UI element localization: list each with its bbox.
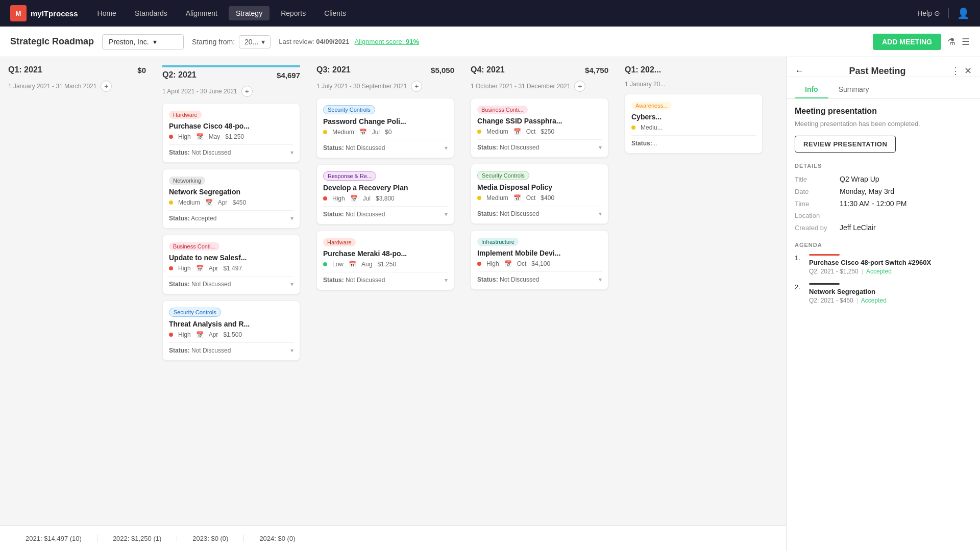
starting-from: Starting from: 20... ▾ (192, 35, 271, 48)
nav-divider (948, 8, 949, 18)
cost: $1,250 (225, 133, 244, 140)
meeting-presentation-title: Meeting presentation (795, 107, 972, 116)
card-status: Status: Not Discussed ▾ (169, 342, 293, 354)
card-status: Status: Not Discussed ▾ (323, 272, 448, 284)
month: Oct (526, 128, 536, 135)
cal-icon: 📅 (196, 331, 204, 338)
detail-location: Location (795, 212, 972, 219)
chevron-down-icon[interactable]: ▾ (445, 211, 448, 218)
add-card-q4[interactable]: + (574, 81, 585, 92)
nav-clients[interactable]: Clients (317, 6, 353, 20)
nav-standards[interactable]: Standards (128, 6, 175, 20)
month: Apr (209, 265, 218, 272)
card-tag: Hardware (323, 238, 356, 246)
chevron-down-icon[interactable]: ▾ (290, 347, 293, 354)
cal-icon: 📅 (196, 265, 204, 272)
card-tag: Security Controls (323, 105, 375, 114)
card-title: Threat Analysis and R... (169, 320, 293, 328)
card-salesforce: Business Conti... Update to new Salesf..… (162, 235, 300, 294)
priority-dot (169, 201, 173, 205)
user-icon[interactable]: 👤 (957, 7, 970, 19)
priority-dot (169, 135, 173, 139)
priority-label: High (178, 133, 191, 140)
month: Aug (361, 261, 372, 268)
meeting-presentation-sub: Meeting presentation has been completed. (795, 120, 972, 128)
cost: $400 (541, 194, 554, 202)
nav-home[interactable]: Home (90, 6, 124, 20)
cost: $0 (385, 129, 391, 136)
logo-icon: M (10, 5, 27, 21)
quarter-title-q2: Q2: 2021 (162, 70, 197, 80)
panel-close-button[interactable]: ✕ (964, 65, 972, 77)
chevron-down-icon[interactable]: ▾ (599, 210, 602, 217)
priority-dot (323, 262, 327, 266)
chevron-down-icon[interactable]: ▾ (290, 149, 293, 156)
card-title: Network Segregation (169, 188, 293, 196)
month: Oct (517, 260, 527, 267)
chevron-down-icon[interactable]: ▾ (599, 144, 602, 151)
add-card-q3[interactable]: + (411, 81, 422, 92)
nav-strategy[interactable]: Strategy (229, 6, 270, 20)
main-content: Q1: 2021 $0 1 January 2021 - 31 March 20… (0, 57, 980, 551)
card-meta: High 📅 Oct $4,100 (477, 260, 602, 267)
cal-icon: 📅 (196, 133, 204, 140)
quarter-title-q3: Q3: 2021 (316, 65, 351, 74)
filter-icon[interactable]: ⚗ (947, 36, 955, 47)
card-status: Status: Not Discussed ▾ (169, 276, 293, 288)
nav-alignment[interactable]: Alignment (179, 6, 225, 20)
cost: $1,497 (223, 265, 242, 272)
card-status: Status: Not Discussed ▾ (169, 144, 293, 156)
add-card-q1[interactable]: + (101, 81, 112, 92)
alignment-score[interactable]: Alignment score: 91% (355, 38, 419, 45)
topnav-right: Help ⊙ 👤 (917, 7, 970, 19)
priority-label: High (332, 195, 345, 202)
quarter-col-q1-2022: Q1: 202... 1 January 20... Awareness... … (625, 65, 763, 517)
panel-back-button[interactable]: ← (795, 66, 804, 77)
client-selector[interactable]: Preston, Inc. ▾ (102, 34, 184, 49)
card-title: Develop a Recovery Plan (323, 184, 448, 192)
chevron-down-icon[interactable]: ▾ (290, 215, 293, 222)
card-meta: High 📅 May $1,250 (169, 133, 293, 140)
tab-info[interactable]: Info (795, 81, 828, 98)
nav-reports[interactable]: Reports (274, 6, 313, 20)
agenda-item-2: 2. Network Segregation Q2: 2021 - $450 |… (795, 283, 972, 304)
card-password: Security Controls Password Change Poli..… (316, 98, 454, 158)
cost: $1,250 (377, 261, 396, 268)
card-title: Change SSID Passphra... (477, 117, 602, 125)
agenda-bar-2 (809, 283, 840, 285)
add-card-q2[interactable]: + (241, 86, 253, 97)
priority-dot (477, 196, 481, 200)
logo[interactable]: M myITprocess (10, 5, 78, 21)
menu-icon[interactable]: ☰ (962, 36, 970, 47)
quarter-amount-q3: $5,050 (431, 66, 454, 74)
chevron-down-icon[interactable]: ▾ (599, 276, 602, 283)
card-tag: Security Controls (477, 171, 529, 180)
summary-2023: 2023: $0 (0) (177, 535, 244, 542)
priority-dot (323, 196, 327, 201)
agenda-bar-1 (809, 254, 840, 256)
card-threat: Security Controls Threat Analysis and R.… (162, 300, 300, 361)
card-status: Status: Accepted ▾ (169, 210, 293, 222)
panel-body: Meeting presentation Meeting presentatio… (787, 98, 980, 551)
cost: $4,100 (531, 260, 550, 267)
quarter-col-q3-2021: Q3: 2021 $5,050 1 July 2021 - 30 Septemb… (316, 65, 454, 517)
chevron-down-icon[interactable]: ▾ (445, 277, 448, 284)
top-navigation: M myITprocess Home Standards Alignment S… (0, 0, 980, 27)
chevron-down-icon[interactable]: ▾ (445, 144, 448, 152)
quarter-dates-q1: 1 January 2021 - 31 March 2021 + (8, 81, 146, 92)
chevron-down-icon[interactable]: ▾ (290, 281, 293, 288)
add-meeting-button[interactable]: ADD MEETING (873, 34, 941, 50)
priority-label: High (178, 331, 191, 338)
panel-more-button[interactable]: ⋮ (951, 65, 960, 77)
review-presentation-button[interactable]: REVIEW PRESENTATION (795, 136, 896, 153)
help-button[interactable]: Help ⊙ (917, 9, 940, 17)
tab-summary[interactable]: Summary (828, 81, 879, 98)
detail-title: Title Q2 Wrap Up (795, 175, 972, 183)
card-tag: Networking (169, 177, 205, 185)
card-meta: High 📅 Jul $3,800 (323, 195, 448, 202)
quarter-header-q4: Q4: 2021 $4,750 (471, 65, 608, 77)
cal-icon: 📅 (350, 195, 358, 202)
year-selector[interactable]: 20... ▾ (239, 35, 271, 48)
cost: $1,500 (223, 331, 242, 338)
detail-created-by: Created by Jeff LeClair (795, 223, 972, 232)
